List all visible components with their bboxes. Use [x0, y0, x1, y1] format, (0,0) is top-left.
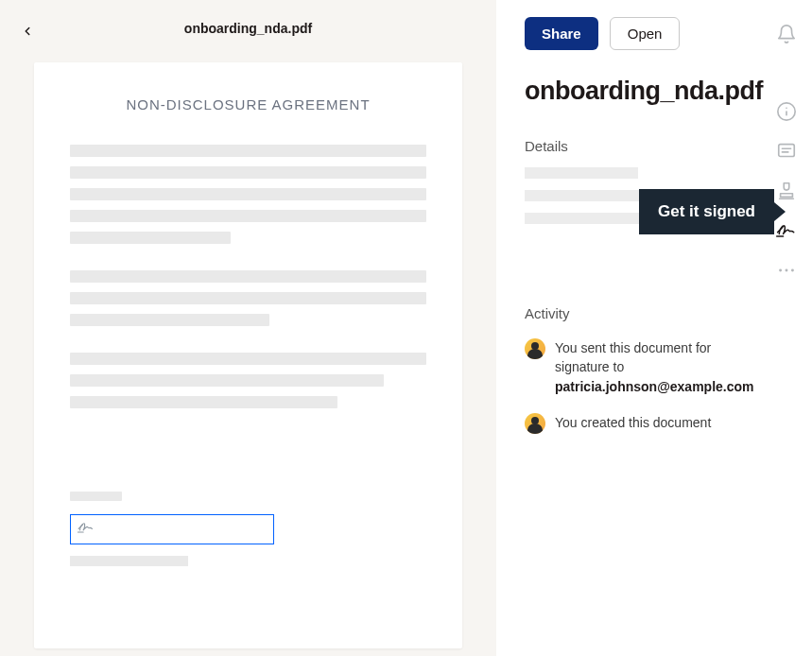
activity-prefix: You sent this document for signature to — [555, 340, 711, 374]
share-button[interactable]: Share — [525, 17, 598, 50]
placeholder-line — [70, 270, 426, 283]
svg-point-11 — [779, 269, 782, 272]
svg-point-13 — [791, 269, 794, 272]
icon-rail — [770, 23, 803, 282]
placeholder-line — [70, 353, 426, 365]
placeholder-line — [70, 556, 188, 566]
activity-prefix: You created this document — [555, 415, 711, 430]
avatar — [525, 338, 545, 359]
detail-filename: onboarding_nda.pdf — [525, 77, 763, 106]
preview-filename: onboarding_nda.pdf — [17, 21, 479, 36]
details-section-label: Details — [525, 138, 763, 154]
sign-icon[interactable] — [775, 219, 798, 242]
signature-field[interactable] — [70, 514, 274, 544]
placeholder-line — [70, 492, 122, 501]
activity-text: You created this document — [555, 413, 711, 432]
tooltip-text: Get it signed — [658, 202, 755, 221]
placeholder-line — [70, 210, 426, 222]
document-preview-pane: onboarding_nda.pdf NON-DISCLOSURE AGREEM… — [0, 0, 496, 656]
stamp-icon[interactable] — [775, 180, 798, 202]
detail-header: Share Open — [525, 17, 763, 50]
activity-recipient: patricia.johnson@example.com — [555, 379, 754, 394]
placeholder-line — [70, 166, 426, 179]
open-button[interactable]: Open — [610, 17, 681, 50]
placeholder-line — [70, 292, 426, 304]
svg-point-12 — [786, 269, 788, 272]
chevron-left-icon — [21, 25, 34, 38]
document-page: NON-DISCLOSURE AGREEMENT — [34, 62, 462, 648]
placeholder-line — [525, 167, 638, 179]
placeholder-line — [70, 188, 426, 200]
placeholder-line — [70, 314, 269, 326]
more-icon[interactable] — [775, 259, 798, 282]
placeholder-line — [70, 145, 426, 157]
info-icon[interactable] — [775, 100, 798, 123]
activity-item: You sent this document for signature to … — [525, 338, 763, 396]
activity-item: You created this document — [525, 413, 763, 434]
get-it-signed-tooltip: Get it signed — [639, 189, 774, 234]
back-button[interactable] — [19, 23, 36, 40]
svg-rect-5 — [779, 145, 795, 157]
signature-icon — [77, 520, 95, 539]
avatar — [525, 413, 545, 434]
placeholder-line — [70, 374, 384, 387]
preview-header: onboarding_nda.pdf — [0, 0, 496, 57]
placeholder-line — [70, 232, 231, 244]
placeholder-line — [70, 396, 337, 408]
activity-section-label: Activity — [525, 305, 763, 321]
comments-icon[interactable] — [775, 140, 798, 163]
document-title: NON-DISCLOSURE AGREEMENT — [70, 96, 426, 112]
notification-icon[interactable] — [775, 23, 798, 45]
detail-pane: Share Open onboarding_nda.pdf Details Ac… — [496, 0, 812, 656]
activity-text: You sent this document for signature to … — [555, 338, 763, 396]
